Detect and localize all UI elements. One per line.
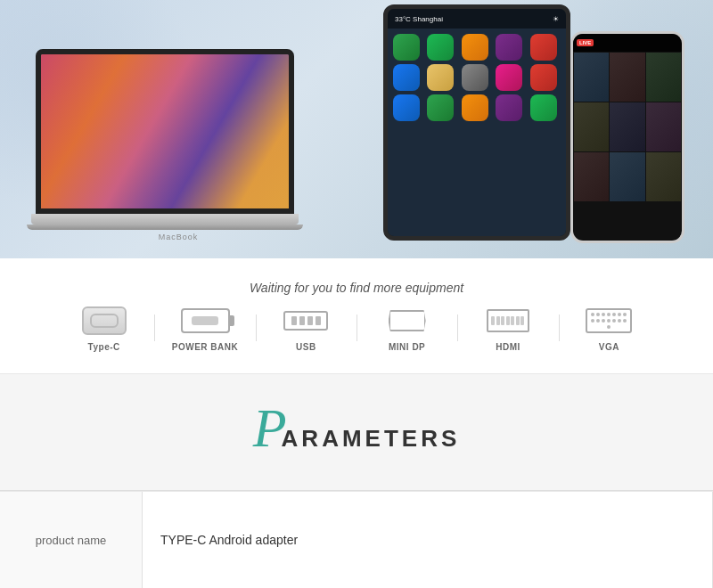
vga-dot: [607, 319, 611, 323]
vga-dot: [607, 325, 611, 329]
parameters-text: ARAMETERS: [282, 425, 461, 453]
minidp-label: MINI DP: [389, 342, 425, 352]
usb-label: USB: [296, 342, 316, 352]
tablet-app-grid: [388, 29, 566, 127]
phone-frame: LIVE: [570, 31, 684, 243]
phone-thumb: [610, 152, 644, 201]
phone-device: LIVE: [570, 31, 686, 245]
vga-dot: [607, 313, 611, 316]
usb-pin: [316, 316, 321, 325]
laptop-screen: [36, 49, 294, 214]
tablet-status-bar: 33°C Shanghai ☀: [388, 9, 566, 29]
tablet-temp: 33°C Shanghai: [395, 15, 443, 23]
vga-dot: [602, 319, 605, 323]
phone-thumb: [574, 53, 609, 102]
phone-live-banner: LIVE: [573, 34, 682, 52]
tablet-device: 33°C Shanghai ☀: [383, 4, 570, 245]
typec-icon-shape: [82, 306, 127, 335]
tablet-screen: 33°C Shanghai ☀: [388, 9, 566, 236]
powerbank-label: POWER BANK: [172, 342, 238, 352]
minidp-icon-wrap: [389, 306, 426, 337]
phone-thumb: [610, 53, 644, 102]
parameters-logo: P ARAMETERS: [253, 400, 461, 455]
vga-dot: [612, 319, 616, 323]
powerbank-icon-shape: [181, 308, 230, 333]
powerbank-icon-wrap: [181, 306, 230, 337]
connectors-title: Waiting for you to find more equipment: [250, 281, 463, 295]
usb-icon-wrap: [283, 306, 328, 337]
usb-pin: [291, 316, 297, 325]
app-icon: [496, 64, 522, 91]
usb-icon-shape: [283, 311, 328, 331]
laptop-base: MacBook: [31, 214, 299, 225]
app-icon: [530, 34, 557, 61]
app-icon: [530, 64, 557, 91]
vga-icon-shape: [586, 308, 632, 333]
vga-dot: [612, 313, 616, 316]
typec-label: Type-C: [88, 342, 120, 352]
vga-dot: [591, 313, 594, 316]
app-icon: [462, 64, 488, 91]
vga-icon-wrap: [586, 306, 632, 337]
app-icon: [393, 34, 420, 61]
hdmi-pin: [511, 316, 514, 325]
app-icon: [530, 94, 557, 121]
product-name-value: TYPE-C Android adapter: [143, 492, 713, 588]
hdmi-pin: [506, 316, 510, 325]
vga-dot: [623, 313, 627, 316]
app-icon: [462, 94, 488, 121]
hdmi-icon-wrap: [487, 306, 529, 337]
connector-hdmi: HDMI: [457, 306, 558, 352]
devices-container: MacBook 33°C Shanghai ☀: [18, 4, 695, 254]
vga-dot: [618, 313, 621, 316]
connectors-section: Waiting for you to find more equipment T…: [0, 258, 713, 374]
phone-thumb: [646, 102, 681, 151]
connector-usb: USB: [256, 306, 356, 352]
phone-thumb: [574, 152, 609, 201]
tablet-time-icons: ☀: [553, 15, 559, 23]
usb-pin: [299, 316, 305, 325]
tablet-frame: 33°C Shanghai ☀: [383, 4, 570, 241]
hdmi-label: HDMI: [496, 342, 520, 352]
connector-powerbank: POWER BANK: [154, 306, 255, 352]
hdmi-pin: [496, 316, 500, 325]
connector-minidp: MINI DP: [356, 306, 457, 352]
table-section: product name TYPE-C Android adapter: [0, 490, 713, 588]
powerbank-slot: [192, 316, 218, 325]
phone-thumb: [574, 102, 609, 151]
table-row-product-name: product name TYPE-C Android adapter: [0, 491, 713, 588]
laptop-screen-content: [41, 54, 289, 208]
phone-grid: [573, 52, 682, 202]
laptop-bottom: [27, 225, 303, 230]
phone-thumb: [646, 53, 681, 102]
connector-typec: Type-C: [53, 306, 154, 352]
hdmi-icon-shape: [487, 309, 529, 332]
typec-icon: [82, 306, 127, 337]
connectors-row: Type-C POWER BANK USB: [53, 306, 660, 352]
laptop-device: MacBook: [36, 49, 321, 245]
app-icon: [462, 34, 488, 61]
hdmi-pin: [491, 316, 495, 325]
vga-dot: [596, 319, 600, 323]
vga-dot: [618, 319, 621, 323]
minidp-icon-shape: [389, 310, 426, 331]
hero-section: MacBook 33°C Shanghai ☀: [0, 0, 713, 258]
vga-dot: [591, 319, 594, 323]
vga-label: VGA: [599, 342, 619, 352]
connector-vga: VGA: [559, 306, 660, 352]
vga-dot: [596, 313, 600, 316]
app-icon: [427, 64, 454, 91]
hdmi-pin: [501, 316, 504, 325]
app-icon: [427, 34, 454, 61]
phone-thumb: [646, 152, 681, 201]
usb-pin: [307, 316, 313, 325]
app-icon: [496, 94, 522, 121]
product-name-label: product name: [0, 492, 143, 588]
live-badge: LIVE: [577, 39, 594, 46]
hdmi-pin: [516, 316, 520, 325]
app-icon: [393, 94, 420, 121]
app-icon: [427, 94, 454, 121]
laptop-brand: MacBook: [159, 233, 199, 241]
phone-thumb: [610, 102, 644, 151]
app-icon: [393, 64, 420, 91]
